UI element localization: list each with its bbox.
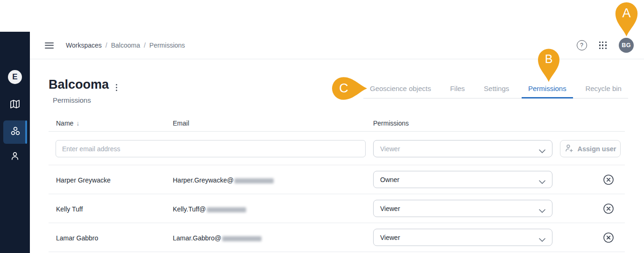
chevron-down-icon xyxy=(539,178,545,185)
sidebar-item-users[interactable] xyxy=(0,145,30,169)
remove-user-icon[interactable] xyxy=(603,174,614,185)
column-header-name[interactable]: Name ↓ xyxy=(56,119,79,127)
role-select[interactable]: Owner xyxy=(373,171,552,188)
callout-pin-b: B xyxy=(538,48,559,83)
callout-pin-c-label: C xyxy=(336,81,351,96)
breadcrumb-permissions: Permissions xyxy=(149,42,185,49)
assign-user-row: Viewer Assign user xyxy=(49,140,625,157)
role-select[interactable]: Viewer xyxy=(373,200,552,217)
callout-pin-a: A xyxy=(614,2,639,36)
table-row: Kelly Tuff Kelly.Tuff@ Viewer xyxy=(49,194,625,223)
app-logo[interactable]: E xyxy=(8,70,22,84)
page-subtitle: Permissions xyxy=(53,96,91,104)
workspace-kebab-menu-icon[interactable] xyxy=(115,83,118,92)
sidebar-item-map[interactable] xyxy=(0,93,30,117)
menu-hamburger-icon[interactable] xyxy=(45,42,54,49)
user-name: Harper Greywacke xyxy=(56,176,111,184)
table-header: Name ↓ Email Permissions xyxy=(49,115,625,132)
tab-recycle-bin[interactable]: Recycle bin xyxy=(579,78,628,98)
callout-pin-b-label: B xyxy=(538,52,559,66)
permissions-page: E xyxy=(0,0,644,253)
user-name: Kelly Tuff xyxy=(56,205,83,213)
tab-geoscience-objects[interactable]: Geoscience objects xyxy=(363,78,438,98)
column-header-email: Email xyxy=(173,119,189,127)
redacted-email-domain xyxy=(234,178,274,183)
callout-pin-c: C xyxy=(332,76,367,101)
app-logo-letter: E xyxy=(12,72,17,82)
redacted-email-domain xyxy=(207,207,246,212)
role-select[interactable]: Viewer xyxy=(373,229,552,246)
remove-user-icon[interactable] xyxy=(603,203,614,214)
breadcrumb-separator: / xyxy=(144,42,146,49)
breadcrumb-workspaces[interactable]: Workspaces xyxy=(66,42,102,49)
email-address-input[interactable] xyxy=(56,140,366,157)
chevron-down-icon xyxy=(539,236,545,243)
callout-pin-a-label: A xyxy=(614,6,639,21)
sidebar-item-workspaces[interactable] xyxy=(3,120,27,144)
user-icon xyxy=(9,150,21,163)
chevron-down-icon xyxy=(539,147,545,155)
row-divider xyxy=(49,252,625,252)
table-row: Harper Greywacke Harper.Greywacke@ Owner xyxy=(49,165,625,194)
remove-user-icon[interactable] xyxy=(603,232,614,243)
page-title: Balcooma xyxy=(49,77,109,92)
user-email: Kelly.Tuff@ xyxy=(173,205,246,213)
sidebar: E xyxy=(0,32,30,253)
map-icon xyxy=(9,98,21,112)
breadcrumb-separator: / xyxy=(106,42,107,49)
chevron-down-icon xyxy=(539,207,545,214)
column-header-permissions: Permissions xyxy=(373,119,409,127)
breadcrumb-balcooma[interactable]: Balcooma xyxy=(111,42,140,49)
role-select-new[interactable]: Viewer xyxy=(373,140,552,157)
user-email: Lamar.Gabbro@ xyxy=(173,234,262,242)
breadcrumb: Workspaces / Balcooma / Permissions xyxy=(66,42,185,49)
workspace-tabs: Geoscience objects Files Settings Permis… xyxy=(363,78,628,98)
redacted-email-domain xyxy=(222,236,262,241)
tab-settings[interactable]: Settings xyxy=(477,78,516,98)
assign-user-button[interactable]: Assign user xyxy=(560,140,621,157)
help-icon[interactable]: ? xyxy=(577,40,587,50)
tab-files[interactable]: Files xyxy=(444,78,472,98)
table-row: Lamar Gabbro Lamar.Gabbro@ Viewer xyxy=(49,223,625,252)
person-plus-icon xyxy=(565,144,573,154)
user-name: Lamar Gabbro xyxy=(56,234,98,242)
avatar-initials: BG xyxy=(622,42,630,49)
user-email: Harper.Greywacke@ xyxy=(173,176,274,184)
sort-descending-icon: ↓ xyxy=(76,119,79,127)
avatar[interactable]: BG xyxy=(619,38,634,53)
workspaces-cluster-icon xyxy=(9,125,21,139)
apps-grid-icon[interactable] xyxy=(599,42,607,49)
